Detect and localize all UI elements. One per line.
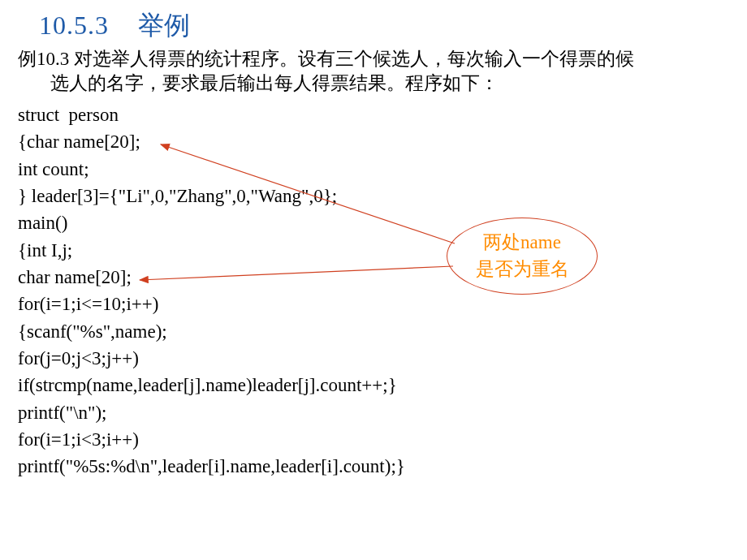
code-block: struct person {char name[20]; int count;… <box>18 101 405 480</box>
section-heading: 10.5.3 举例 <box>39 8 190 44</box>
code-line-2: {char name[20]; <box>18 128 405 155</box>
code-line-5: main() <box>18 209 405 236</box>
code-line-8: for(i=1;i<=10;i++) <box>18 291 405 317</box>
description-line2: 选人的名字，要求最后输出每人得票结果。程序如下： <box>18 71 723 96</box>
code-line-6: {int I,j; <box>18 237 405 264</box>
annotation-line2: 是否为重名 <box>476 256 569 282</box>
code-line-3: int count; <box>18 156 405 183</box>
heading-number: 10.5.3 <box>39 11 109 40</box>
code-line-7: char name[20]; <box>18 264 405 291</box>
annotation-line1: 两处name <box>483 230 561 256</box>
annotation-callout: 两处name 是否为重名 <box>447 218 598 295</box>
example-description: 例10.3 对选举人得票的统计程序。设有三个候选人，每次输入一个得票的候 选人的… <box>18 47 723 96</box>
code-line-1: struct person <box>18 101 405 128</box>
code-line-10: for(j=0;j<3;j++) <box>18 345 405 372</box>
code-line-14: printf("%5s:%d\n",leader[i].name,leader[… <box>18 453 405 480</box>
code-line-4: } leader[3]={"Li",0,"Zhang",0,"Wang",0}; <box>18 183 405 209</box>
heading-title: 举例 <box>138 11 190 40</box>
code-line-11: if(strcmp(name,leader[j].name)leader[j].… <box>18 372 405 398</box>
code-line-12: printf("\n"); <box>18 399 405 426</box>
code-line-9: {scanf("%s",name); <box>18 318 405 345</box>
description-line1: 例10.3 对选举人得票的统计程序。设有三个候选人，每次输入一个得票的候 <box>18 49 634 69</box>
code-line-13: for(i=1;i<3;i++) <box>18 426 405 453</box>
